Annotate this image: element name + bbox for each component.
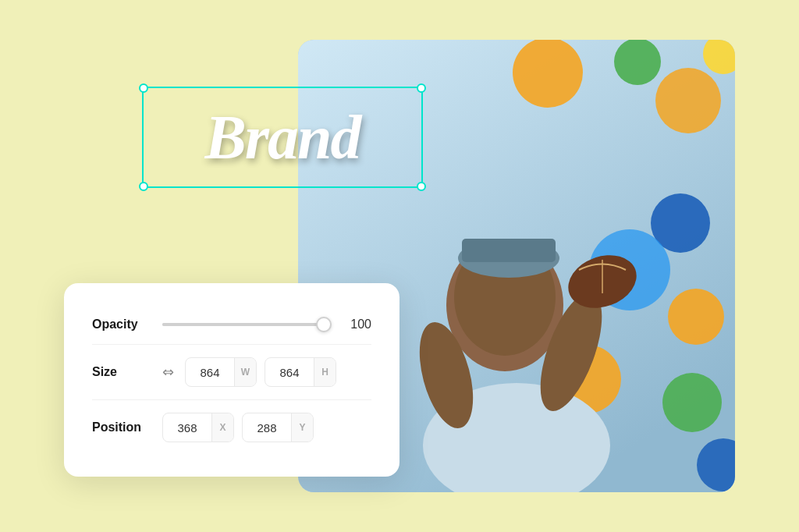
opacity-value: 100 <box>343 317 371 332</box>
size-width-input[interactable]: W <box>185 357 257 387</box>
corner-handle-br[interactable] <box>417 182 426 191</box>
opacity-slider-thumb[interactable] <box>316 317 332 332</box>
position-x-unit: X <box>211 413 233 442</box>
size-height-field[interactable] <box>265 358 314 386</box>
size-height-input[interactable]: H <box>265 357 336 387</box>
opacity-slider-track[interactable] <box>162 323 331 326</box>
svg-point-11 <box>662 373 722 432</box>
svg-point-2 <box>513 40 583 108</box>
corner-handle-tl[interactable] <box>139 83 148 93</box>
position-y-field[interactable] <box>243 413 291 442</box>
link-icon[interactable]: ⇔ <box>162 364 174 381</box>
position-row: Position X Y <box>92 399 371 455</box>
position-controls: X Y <box>162 413 314 442</box>
size-width-unit: W <box>234 358 256 386</box>
properties-panel: Opacity 100 Size ⇔ W H <box>64 283 400 477</box>
main-scene: Brand Opacity 100 Size ⇔ W <box>64 40 735 492</box>
opacity-row: Opacity 100 <box>92 305 371 344</box>
svg-point-4 <box>655 68 721 133</box>
position-y-input[interactable]: Y <box>242 413 314 442</box>
svg-point-8 <box>668 289 724 345</box>
size-row: Size ⇔ W H <box>92 344 371 399</box>
opacity-label: Opacity <box>92 317 162 332</box>
svg-point-3 <box>614 40 661 85</box>
size-width-field[interactable] <box>186 358 234 386</box>
position-y-unit: Y <box>291 413 313 442</box>
position-label: Position <box>92 420 162 434</box>
corner-handle-tr[interactable] <box>417 83 426 93</box>
brand-selection-box[interactable]: Brand <box>142 87 423 188</box>
size-height-unit: H <box>314 358 336 386</box>
corner-handle-bl[interactable] <box>139 182 148 191</box>
brand-text[interactable]: Brand <box>205 102 360 173</box>
position-x-input[interactable]: X <box>162 413 234 442</box>
position-x-field[interactable] <box>163 413 211 442</box>
opacity-slider-container: 100 <box>162 317 371 332</box>
size-controls: ⇔ W H <box>162 357 336 387</box>
opacity-slider-fill <box>162 323 331 326</box>
svg-rect-18 <box>462 239 556 262</box>
size-label: Size <box>92 365 162 379</box>
